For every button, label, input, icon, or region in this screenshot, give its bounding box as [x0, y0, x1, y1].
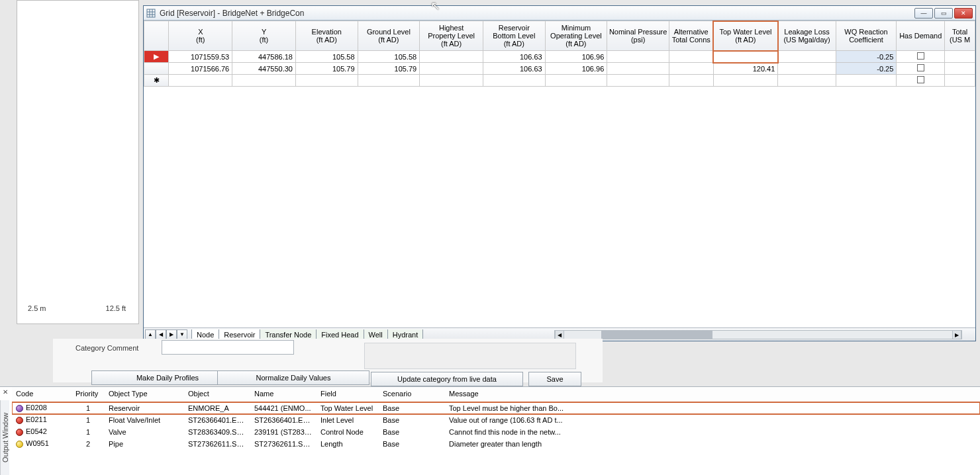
cell-np[interactable] [607, 63, 669, 75]
horizontal-scrollbar[interactable]: ◀ ▶ [554, 330, 962, 339]
cell-empty[interactable] [607, 75, 669, 87]
out-col-name[interactable]: Name [250, 387, 317, 402]
col-total[interactable]: Total (US M [945, 21, 975, 51]
cell-empty[interactable] [420, 75, 483, 87]
cell-wq[interactable]: -0.25 [836, 51, 897, 63]
cell-empty[interactable] [713, 75, 778, 87]
scale-left: 2.5 m [28, 304, 46, 312]
out-col-field[interactable]: Field [317, 387, 379, 402]
out-col-scenario[interactable]: Scenario [379, 387, 445, 402]
output-row[interactable]: E05421ValveST28363409.ST...239191 (ST283… [12, 426, 980, 438]
cell-empty[interactable] [897, 75, 945, 87]
cell-hd[interactable] [897, 63, 945, 75]
new-row-header[interactable]: ✱ [144, 75, 169, 87]
close-button[interactable]: ✕ [954, 8, 973, 19]
out-col-object[interactable]: Object [184, 387, 250, 402]
scroll-thumb[interactable] [601, 331, 712, 339]
out-col-object-type[interactable]: Object Type [105, 387, 184, 402]
cell-atc[interactable] [669, 63, 713, 75]
cell-tot[interactable] [945, 63, 975, 75]
col-has-demand[interactable]: Has Demand [897, 21, 945, 51]
output-row[interactable]: E02111Float Valve/InletST26366401.EN...S… [12, 414, 980, 426]
cell-mol[interactable]: 106.96 [545, 63, 607, 75]
col-elevation[interactable]: Elevation (ft AD) [295, 21, 358, 51]
workspace: 2.5 m 12.5 ft Grid [Reservoir] - BridgeN… [0, 0, 980, 475]
output-table[interactable]: Code Priority Object Type Object Name Fi… [12, 387, 980, 450]
cell-gl[interactable]: 105.58 [358, 51, 420, 63]
grid-body[interactable]: X (ft) Y (ft) Elevation (ft AD) Ground L… [144, 21, 975, 327]
cell-elev[interactable]: 105.58 [295, 51, 358, 63]
category-comment-input[interactable] [162, 340, 294, 355]
cell-empty[interactable] [545, 75, 607, 87]
cell-ll[interactable] [778, 51, 836, 63]
cell-empty[interactable] [669, 75, 713, 87]
col-y[interactable]: Y (ft) [232, 21, 296, 51]
cell-mol[interactable]: 106.96 [545, 51, 607, 63]
cell-gl[interactable]: 105.79 [358, 63, 420, 75]
col-minimum-operating-level[interactable]: Minimum Operating Level (ft AD) [545, 21, 607, 51]
output-window-label[interactable]: Output Window [0, 400, 9, 475]
cell-hpl[interactable] [420, 63, 483, 75]
titlebar[interactable]: Grid [Reservoir] - BridgeNet + BridgeCon… [144, 6, 975, 21]
col-alt-total-conns[interactable]: Alternative Total Conns [669, 21, 713, 51]
cell-twl[interactable]: 120.41 [713, 63, 778, 75]
cell-ll[interactable] [778, 63, 836, 75]
cell-hd[interactable] [897, 51, 945, 63]
col-ground-level[interactable]: Ground Level (ft AD) [358, 21, 420, 51]
out-scenario: Base [379, 426, 445, 438]
update-category-button[interactable]: Update category from live data [371, 372, 523, 386]
cell-empty[interactable] [483, 75, 545, 87]
cell-empty[interactable] [945, 75, 975, 87]
col-nominal-pressure[interactable]: Nominal Pressure (psi) [607, 21, 669, 51]
out-col-priority[interactable]: Priority [72, 387, 105, 402]
cell-x[interactable]: 1071559.53 [169, 51, 232, 63]
col-reservoir-bottom-level[interactable]: Reservoir Bottom Level (ft AD) [483, 21, 545, 51]
new-row[interactable]: ✱ [144, 75, 975, 87]
row-header[interactable]: ▶ [144, 51, 169, 63]
col-leakage-loss[interactable]: Leakage Loss (US Mgal/day) [778, 21, 836, 51]
cell-elev[interactable]: 105.79 [295, 63, 358, 75]
scroll-left[interactable]: ◀ [555, 331, 564, 339]
out-col-message[interactable]: Message [445, 387, 980, 402]
cell-empty[interactable] [232, 75, 296, 87]
header-row[interactable]: X (ft) Y (ft) Elevation (ft AD) Ground L… [144, 21, 975, 51]
col-highest-property-level[interactable]: Highest Property Level (ft AD) [420, 21, 483, 51]
cell-rbl[interactable]: 106.63 [483, 51, 545, 63]
output-row[interactable]: W09512PipeST27362611.ST...ST27362611.ST.… [12, 438, 980, 450]
cell-empty[interactable] [169, 75, 232, 87]
output-header-row[interactable]: Code Priority Object Type Object Name Fi… [12, 387, 980, 402]
col-x[interactable]: X (ft) [169, 21, 232, 51]
normalize-daily-values-button[interactable]: Normalize Daily Values [217, 370, 369, 385]
cell-np[interactable] [607, 51, 669, 63]
col-wq-reaction[interactable]: WQ Reaction Coefficient [836, 21, 897, 51]
cell-empty[interactable] [778, 75, 836, 87]
checkbox[interactable] [917, 64, 924, 71]
output-close-button[interactable]: ✕ [3, 388, 11, 396]
cell-y[interactable]: 447550.30 [232, 63, 296, 75]
cell-y[interactable]: 447586.18 [232, 51, 296, 63]
cell-empty[interactable] [295, 75, 358, 87]
checkbox[interactable] [917, 76, 924, 83]
cell-x[interactable]: 1071566.76 [169, 63, 232, 75]
maximize-button[interactable]: ▭ [934, 8, 953, 19]
cell-hpl[interactable] [420, 51, 483, 63]
output-row[interactable]: E02081ReservoirENMORE_A544421 (ENMO...To… [12, 402, 980, 414]
data-grid[interactable]: X (ft) Y (ft) Elevation (ft AD) Ground L… [144, 21, 975, 87]
minimize-button[interactable]: — [914, 8, 933, 19]
checkbox[interactable] [917, 52, 924, 60]
out-col-code[interactable]: Code [12, 387, 72, 402]
cell-rbl[interactable]: 106.63 [483, 63, 545, 75]
cell-twl[interactable] [713, 51, 778, 63]
table-row[interactable]: 1071566.76447550.30105.79105.79106.63106… [144, 63, 975, 75]
cell-wq[interactable]: -0.25 [836, 63, 897, 75]
cell-empty[interactable] [836, 75, 897, 87]
scroll-right[interactable]: ▶ [952, 331, 961, 339]
corner-header[interactable] [144, 21, 169, 51]
cell-tot[interactable] [945, 51, 975, 63]
col-top-water-level[interactable]: Top Water Level (ft AD) [713, 21, 778, 51]
row-header[interactable] [144, 63, 169, 75]
save-button[interactable]: Save [528, 372, 581, 386]
cell-empty[interactable] [358, 75, 420, 87]
table-row[interactable]: ▶1071559.53447586.18105.58105.58106.6310… [144, 51, 975, 63]
cell-atc[interactable] [669, 51, 713, 63]
